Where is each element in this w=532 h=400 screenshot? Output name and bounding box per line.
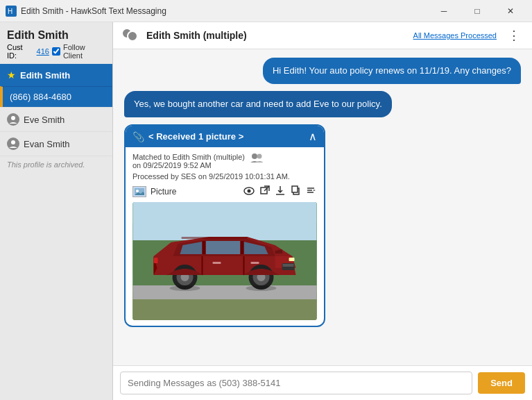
phone-number-button[interactable]: (866) 884-4680 — [0, 86, 112, 107]
contact-name-eve: Eve Smith — [24, 115, 65, 125]
view-button[interactable] — [242, 185, 256, 198]
attachment-header: 📎 < Received 1 picture > ∧ — [126, 126, 324, 147]
chat-header-right: All Messages Processed ⋮ — [413, 28, 524, 43]
picture-label: Picture — [151, 187, 238, 197]
contact-icon-eve — [7, 113, 19, 126]
close-button[interactable]: ✕ — [495, 0, 526, 22]
contact-name-evan: Evan Smith — [24, 139, 69, 149]
svg-point-2 — [11, 116, 15, 120]
svg-text:H: H — [8, 8, 12, 15]
svg-point-5 — [257, 154, 262, 159]
bottom-bar: Send — [113, 365, 532, 400]
message-inbound-1: Yes, we bought another car and need to a… — [124, 91, 392, 117]
matched-users-icon — [250, 153, 263, 162]
contact-icon-evan — [7, 138, 19, 150]
star-icon: ★ — [7, 69, 16, 81]
svg-point-9 — [248, 189, 251, 192]
contact-evan[interactable]: Evan Smith — [0, 131, 112, 156]
picture-actions — [242, 185, 317, 198]
download-button[interactable] — [274, 185, 286, 198]
attachment-body: Matched to Edith Smith (multiple) on 09/… — [126, 147, 324, 326]
maximize-button[interactable]: □ — [461, 0, 493, 22]
processed-text: Processed by SES on 9/25/2019 10:01:31 A… — [132, 172, 317, 181]
customer-name: Edith Smith — [7, 29, 105, 42]
send-button[interactable]: Send — [478, 372, 525, 394]
more-picture-button[interactable] — [304, 185, 317, 198]
message-input[interactable] — [120, 372, 472, 394]
app-container: Edith Smith Cust ID: 416 Follow Client ★… — [0, 22, 532, 400]
paperclip-icon: 📎 — [132, 131, 144, 142]
main-row: Edith Smith Cust ID: 416 Follow Client ★… — [0, 22, 532, 400]
svg-rect-39 — [182, 237, 248, 239]
svg-point-4 — [252, 153, 257, 159]
all-messages-processed-link[interactable]: All Messages Processed — [413, 31, 497, 40]
car-image — [132, 202, 317, 320]
svg-rect-27 — [289, 258, 295, 261]
matched-text: Matched to Edith Smith (multiple) on 09/… — [132, 153, 245, 169]
sidebar-meta: Cust ID: 416 Follow Client — [7, 43, 105, 60]
attachment-label: < Received 1 picture > — [148, 131, 243, 142]
svg-rect-38 — [251, 262, 259, 264]
title-bar-controls: ─ □ ✕ — [428, 0, 526, 22]
svg-point-35 — [170, 285, 200, 291]
chat-header: Edith Smith (multiple) All Messages Proc… — [113, 22, 532, 49]
active-contact-item[interactable]: ★ Edith Smith — [0, 64, 112, 86]
svg-rect-21 — [203, 241, 206, 254]
chat-title: Edith Smith (multiple) — [146, 30, 247, 41]
messages-container: Hi Edith! Your auto policy renews on 11/… — [113, 49, 532, 365]
user-circle-2 — [127, 31, 138, 42]
message-outbound-1: Hi Edith! Your auto policy renews on 11/… — [263, 58, 521, 84]
svg-rect-22 — [241, 241, 244, 254]
active-contact-name: Edith Smith — [20, 70, 70, 81]
contact-eve[interactable]: Eve Smith — [0, 107, 112, 131]
attachment-meta: Matched to Edith Smith (multiple) on 09/… — [132, 153, 317, 169]
sidebar: Edith Smith Cust ID: 416 Follow Client ★… — [0, 22, 113, 400]
copy-button[interactable] — [289, 185, 302, 198]
svg-rect-20 — [133, 202, 317, 240]
cust-id-label: Cust ID: — [7, 43, 34, 60]
more-options-button[interactable]: ⋮ — [505, 28, 524, 43]
attachment-header-left: 📎 < Received 1 picture > — [132, 131, 243, 142]
minimize-button[interactable]: ─ — [428, 0, 460, 22]
title-bar-text: Edith Smith - HawkSoft Text Messaging — [21, 6, 428, 16]
title-bar: H Edith Smith - HawkSoft Text Messaging … — [0, 0, 532, 22]
open-external-button[interactable] — [259, 185, 271, 198]
collapse-button[interactable]: ∧ — [309, 130, 317, 143]
picture-thumb-icon — [132, 186, 146, 197]
svg-rect-28 — [154, 258, 158, 263]
svg-point-3 — [11, 140, 15, 144]
multi-user-icon — [121, 28, 141, 43]
follow-checkbox[interactable] — [52, 47, 60, 56]
picture-row: Picture — [132, 185, 317, 198]
svg-rect-26 — [283, 264, 294, 267]
app-icon: H — [6, 6, 17, 17]
svg-point-7 — [136, 190, 139, 192]
archived-note: This profile is archived. — [0, 156, 112, 173]
svg-rect-14 — [292, 186, 298, 192]
follow-label: Follow Client — [63, 43, 105, 60]
chat-area: Edith Smith (multiple) All Messages Proc… — [113, 22, 532, 400]
svg-rect-37 — [213, 262, 221, 264]
sidebar-header: Edith Smith Cust ID: 416 Follow Client — [0, 22, 112, 64]
cust-id-link[interactable]: 416 — [37, 47, 49, 56]
attachment-card: 📎 < Received 1 picture > ∧ Matched to Ed… — [124, 124, 325, 327]
svg-point-36 — [246, 285, 277, 291]
chat-header-left: Edith Smith (multiple) — [121, 28, 247, 43]
